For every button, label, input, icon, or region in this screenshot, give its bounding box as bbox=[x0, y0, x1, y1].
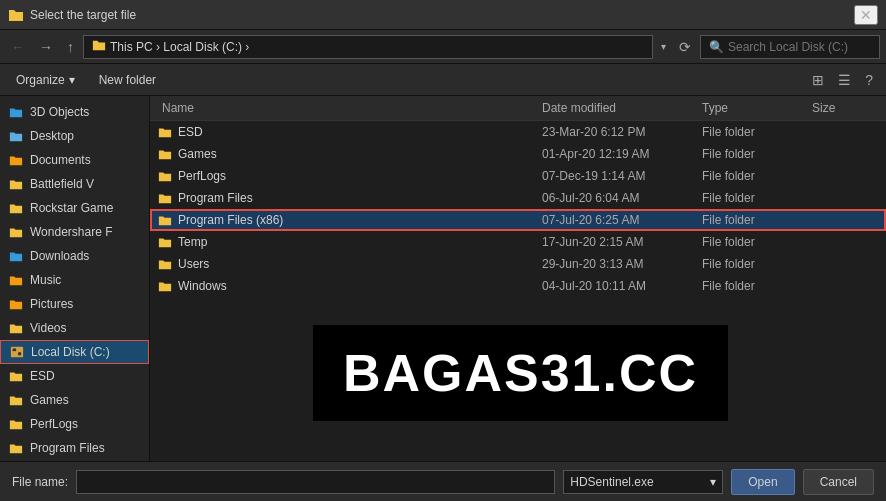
file-name-windows: Windows bbox=[158, 279, 538, 293]
sidebar-icon-rockstar bbox=[8, 200, 24, 216]
sidebar-label-games: Games bbox=[30, 393, 69, 407]
sidebar-item-music[interactable]: Music bbox=[0, 268, 149, 292]
title-bar-left: Select the target file bbox=[8, 7, 136, 23]
file-date-program-files: 06-Jul-20 6:04 AM bbox=[538, 191, 698, 205]
file-date-perflogs: 07-Dec-19 1:14 AM bbox=[538, 169, 698, 183]
file-row-temp[interactable]: Temp17-Jun-20 2:15 AMFile folder bbox=[150, 231, 886, 253]
file-type-esd: File folder bbox=[698, 125, 808, 139]
sidebar-label-local-disk: Local Disk (C:) bbox=[31, 345, 110, 359]
forward-button[interactable]: → bbox=[34, 37, 58, 57]
toolbar: Organize ▾ New folder ⊞ ☰ ? bbox=[0, 64, 886, 96]
sidebar-item-program-files[interactable]: Program Files bbox=[0, 436, 149, 460]
sidebar-item-perflogs[interactable]: PerfLogs bbox=[0, 412, 149, 436]
sidebar-label-pictures: Pictures bbox=[30, 297, 73, 311]
refresh-button[interactable]: ⟳ bbox=[674, 37, 696, 57]
title-bar-title: Select the target file bbox=[30, 8, 136, 22]
header-size[interactable]: Size bbox=[808, 99, 878, 117]
up-button[interactable]: ↑ bbox=[62, 37, 79, 57]
search-box[interactable]: 🔍 bbox=[700, 35, 880, 59]
sidebar-icon-games bbox=[8, 392, 24, 408]
sidebar-item-documents[interactable]: Documents bbox=[0, 148, 149, 172]
sidebar-label-perflogs: PerfLogs bbox=[30, 417, 78, 431]
search-input[interactable] bbox=[728, 40, 868, 54]
file-date-games: 01-Apr-20 12:19 AM bbox=[538, 147, 698, 161]
sidebar-icon-battlefield bbox=[8, 176, 24, 192]
organize-button[interactable]: Organize ▾ bbox=[8, 70, 83, 90]
file-row-program-files-x86[interactable]: Program Files (x86)07-Jul-20 6:25 AMFile… bbox=[150, 209, 886, 231]
file-row-users[interactable]: Users29-Jun-20 3:13 AMFile folder bbox=[150, 253, 886, 275]
filetype-select[interactable]: HDSentinel.exe ▾ bbox=[563, 470, 723, 494]
sidebar-icon-music bbox=[8, 272, 24, 288]
sidebar-label-3d-objects: 3D Objects bbox=[30, 105, 89, 119]
file-date-esd: 23-Mar-20 6:12 PM bbox=[538, 125, 698, 139]
sidebar-icon-videos bbox=[8, 320, 24, 336]
sidebar-item-rockstar[interactable]: Rockstar Game bbox=[0, 196, 149, 220]
cancel-button[interactable]: Cancel bbox=[803, 469, 874, 495]
file-row-windows[interactable]: Windows04-Jul-20 10:11 AMFile folder bbox=[150, 275, 886, 297]
filename-label: File name: bbox=[12, 475, 68, 489]
file-type-games: File folder bbox=[698, 147, 808, 161]
sidebar-item-games[interactable]: Games bbox=[0, 388, 149, 412]
sidebar-item-desktop[interactable]: Desktop bbox=[0, 124, 149, 148]
address-box[interactable]: This PC › Local Disk (C:) › bbox=[83, 35, 653, 59]
open-button[interactable]: Open bbox=[731, 469, 794, 495]
view-list-button[interactable]: ☰ bbox=[833, 70, 856, 90]
file-list-header: Name Date modified Type Size bbox=[150, 96, 886, 121]
sidebar: 3D ObjectsDesktopDocumentsBattlefield VR… bbox=[0, 96, 150, 461]
new-folder-label: New folder bbox=[99, 73, 156, 87]
sidebar-icon-esd bbox=[8, 368, 24, 384]
view-grid-button[interactable]: ⊞ bbox=[807, 70, 829, 90]
sidebar-label-downloads: Downloads bbox=[30, 249, 89, 263]
sidebar-label-videos: Videos bbox=[30, 321, 66, 335]
organize-label: Organize bbox=[16, 73, 65, 87]
sidebar-item-videos[interactable]: Videos bbox=[0, 316, 149, 340]
file-name-program-files: Program Files bbox=[158, 191, 538, 205]
sidebar-label-music: Music bbox=[30, 273, 61, 287]
sidebar-label-desktop: Desktop bbox=[30, 129, 74, 143]
file-row-program-files[interactable]: Program Files06-Jul-20 6:04 AMFile folde… bbox=[150, 187, 886, 209]
sidebar-item-wondershare[interactable]: Wondershare F bbox=[0, 220, 149, 244]
file-name-esd: ESD bbox=[158, 125, 538, 139]
file-type-temp: File folder bbox=[698, 235, 808, 249]
file-name-perflogs: PerfLogs bbox=[158, 169, 538, 183]
sidebar-item-battlefield[interactable]: Battlefield V bbox=[0, 172, 149, 196]
back-button[interactable]: ← bbox=[6, 37, 30, 57]
svg-rect-0 bbox=[11, 347, 23, 358]
file-row-esd[interactable]: ESD23-Mar-20 6:12 PMFile folder bbox=[150, 121, 886, 143]
sidebar-item-local-disk[interactable]: Local Disk (C:) bbox=[0, 340, 149, 364]
header-name[interactable]: Name bbox=[158, 99, 538, 117]
sidebar-icon-desktop bbox=[8, 128, 24, 144]
sidebar-label-documents: Documents bbox=[30, 153, 91, 167]
file-type-users: File folder bbox=[698, 257, 808, 271]
file-row-games[interactable]: Games01-Apr-20 12:19 AMFile folder bbox=[150, 143, 886, 165]
new-folder-button[interactable]: New folder bbox=[91, 70, 164, 90]
folder-small-icon bbox=[92, 38, 106, 55]
file-type-windows: File folder bbox=[698, 279, 808, 293]
file-name-games: Games bbox=[158, 147, 538, 161]
address-chevron-button[interactable]: ▾ bbox=[657, 41, 670, 52]
organize-chevron: ▾ bbox=[69, 73, 75, 87]
svg-point-2 bbox=[18, 352, 22, 356]
sidebar-icon-program-files bbox=[8, 440, 24, 456]
sidebar-icon-local-disk bbox=[9, 344, 25, 360]
close-button[interactable]: ✕ bbox=[854, 5, 878, 25]
address-path: This PC › Local Disk (C:) › bbox=[110, 40, 249, 54]
file-name-users: Users bbox=[158, 257, 538, 271]
file-row-perflogs[interactable]: PerfLogs07-Dec-19 1:14 AMFile folder bbox=[150, 165, 886, 187]
sidebar-item-3d-objects[interactable]: 3D Objects bbox=[0, 100, 149, 124]
sidebar-item-downloads[interactable]: Downloads bbox=[0, 244, 149, 268]
file-type-perflogs: File folder bbox=[698, 169, 808, 183]
sidebar-icon-wondershare bbox=[8, 224, 24, 240]
sidebar-item-pictures[interactable]: Pictures bbox=[0, 292, 149, 316]
file-list-area: Name Date modified Type Size ESD23-Mar-2… bbox=[150, 96, 886, 461]
file-date-windows: 04-Jul-20 10:11 AM bbox=[538, 279, 698, 293]
help-button[interactable]: ? bbox=[860, 70, 878, 90]
address-bar: ← → ↑ This PC › Local Disk (C:) › ▾ ⟳ 🔍 bbox=[0, 30, 886, 64]
filename-input[interactable] bbox=[76, 470, 555, 494]
sidebar-item-esd[interactable]: ESD bbox=[0, 364, 149, 388]
header-date[interactable]: Date modified bbox=[538, 99, 698, 117]
file-date-temp: 17-Jun-20 2:15 AM bbox=[538, 235, 698, 249]
header-type[interactable]: Type bbox=[698, 99, 808, 117]
folder-icon bbox=[8, 7, 24, 23]
sidebar-icon-3d-objects bbox=[8, 104, 24, 120]
